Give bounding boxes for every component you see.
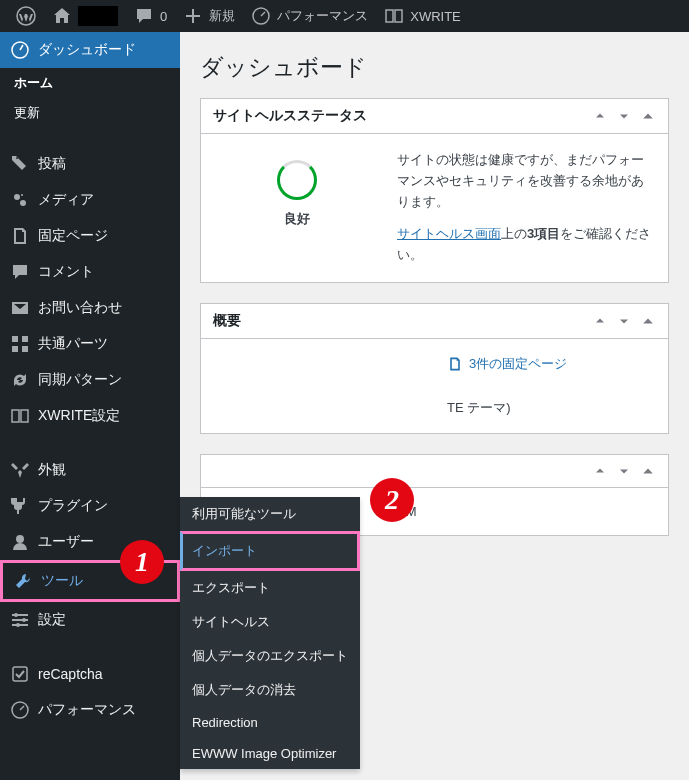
pages-count-text: 3件の固定ページ	[469, 355, 567, 373]
site-home[interactable]	[44, 6, 126, 26]
menu-performance[interactable]: パフォーマンス	[0, 692, 180, 728]
menu-xwrite-settings[interactable]: XWRITE設定	[0, 398, 180, 434]
comments-count[interactable]: 0	[126, 6, 175, 26]
svg-rect-5	[12, 336, 18, 342]
menu-posts[interactable]: 投稿	[0, 146, 180, 182]
submenu-updates[interactable]: 更新	[0, 98, 180, 128]
menu-settings[interactable]: 設定	[0, 602, 180, 638]
admin-toolbar: 0 新規 パフォーマンス XWRITE	[0, 0, 689, 32]
move-up-icon[interactable]	[592, 313, 608, 329]
svg-rect-8	[22, 346, 28, 352]
menu-label: お問い合わせ	[38, 299, 122, 317]
site-health-link[interactable]: サイトヘルス画面	[397, 226, 501, 241]
xwrite-label: XWRITE	[410, 9, 461, 24]
menu-appearance[interactable]: 外観	[0, 452, 180, 488]
menu-label: XWRITE設定	[38, 407, 120, 425]
menu-label: 固定ページ	[38, 227, 108, 245]
flyout-redirection[interactable]: Redirection	[180, 707, 360, 738]
menu-label: 共通パーツ	[38, 335, 108, 353]
svg-point-4	[20, 200, 26, 206]
move-up-icon[interactable]	[592, 108, 608, 124]
flyout-available-tools[interactable]: 利用可能なツール	[180, 497, 360, 531]
wp-logo[interactable]	[8, 6, 44, 26]
annotation-badge-2: 2	[370, 478, 414, 522]
menu-recaptcha[interactable]: reCaptcha	[0, 656, 180, 692]
perf-label: パフォーマンス	[277, 7, 368, 25]
theme-text: TE テーマ)	[217, 399, 652, 417]
flyout-export-data[interactable]: 個人データのエクスポート	[180, 639, 360, 673]
menu-plugins[interactable]: プラグイン	[0, 488, 180, 524]
collapse-icon[interactable]	[640, 108, 656, 124]
move-down-icon[interactable]	[616, 313, 632, 329]
admin-sidebar: ダッシュボード ホーム 更新 投稿 メディア 固定ページ コメント お問い合わせ…	[0, 32, 180, 780]
menu-label: 設定	[38, 611, 66, 629]
health-link-line: サイトヘルス画面上の3項目をご確認ください。	[397, 224, 652, 266]
health-status: 良好	[217, 210, 377, 228]
collapse-icon[interactable]	[640, 313, 656, 329]
flyout-ewww[interactable]: EWWW Image Optimizer	[180, 738, 360, 769]
card-heading: 概要	[213, 312, 241, 330]
menu-label: プラグイン	[38, 497, 108, 515]
annotation-badge-1: 1	[120, 540, 164, 584]
page-title: ダッシュボード	[200, 32, 669, 98]
pages-count-link[interactable]: 3件の固定ページ	[447, 355, 567, 373]
xwrite-bar[interactable]: XWRITE	[376, 6, 469, 26]
menu-pages[interactable]: 固定ページ	[0, 218, 180, 254]
performance-bar[interactable]: パフォーマンス	[243, 6, 376, 26]
svg-rect-16	[13, 667, 27, 681]
flyout-erase-data[interactable]: 個人データの消去	[180, 673, 360, 707]
health-indicator-icon	[277, 160, 317, 200]
menu-label: 同期パターン	[38, 371, 122, 389]
svg-point-3	[14, 194, 20, 200]
flyout-export[interactable]: エクスポート	[180, 571, 360, 605]
svg-rect-6	[22, 336, 28, 342]
submenu-home[interactable]: ホーム	[0, 68, 180, 98]
menu-dashboard[interactable]: ダッシュボード	[0, 32, 180, 68]
site-health-card: サイトヘルスステータス 良好 サイトの状態は健康ですが、まだパフォーマンスやセキ…	[200, 98, 669, 283]
svg-point-15	[16, 623, 20, 627]
move-down-icon[interactable]	[616, 108, 632, 124]
svg-rect-7	[12, 346, 18, 352]
svg-point-13	[14, 613, 18, 617]
move-down-icon[interactable]	[616, 463, 632, 479]
pages-icon	[447, 356, 463, 372]
menu-label: パフォーマンス	[38, 701, 136, 719]
menu-contact[interactable]: お問い合わせ	[0, 290, 180, 326]
card-heading: サイトヘルスステータス	[213, 107, 367, 125]
overview-card: 概要 3件の固定ページ TE テーマ)	[200, 303, 669, 434]
menu-label: ユーザー	[38, 533, 94, 551]
flyout-site-health[interactable]: サイトヘルス	[180, 605, 360, 639]
menu-sync-patterns[interactable]: 同期パターン	[0, 362, 180, 398]
menu-label: メディア	[38, 191, 94, 209]
svg-point-14	[22, 618, 26, 622]
new-label: 新規	[209, 7, 235, 25]
menu-label: 投稿	[38, 155, 66, 173]
menu-label: 外観	[38, 461, 66, 479]
menu-label: コメント	[38, 263, 94, 281]
new-content[interactable]: 新規	[175, 6, 243, 26]
flyout-import[interactable]: インポート	[180, 531, 360, 571]
comments-number: 0	[160, 9, 167, 24]
svg-point-9	[16, 535, 24, 543]
card-heading	[213, 463, 217, 479]
menu-media[interactable]: メディア	[0, 182, 180, 218]
menu-label: reCaptcha	[38, 666, 103, 682]
menu-common-parts[interactable]: 共通パーツ	[0, 326, 180, 362]
move-up-icon[interactable]	[592, 463, 608, 479]
tools-flyout: 利用可能なツール インポート エクスポート サイトヘルス 個人データのエクスポー…	[180, 497, 360, 769]
collapse-icon[interactable]	[640, 463, 656, 479]
menu-label: ダッシュボード	[38, 41, 136, 59]
menu-comments[interactable]: コメント	[0, 254, 180, 290]
menu-label: ツール	[41, 572, 83, 590]
health-description: サイトの状態は健康ですが、まだパフォーマンスやセキュリティを改善する余地がありま…	[397, 150, 652, 212]
